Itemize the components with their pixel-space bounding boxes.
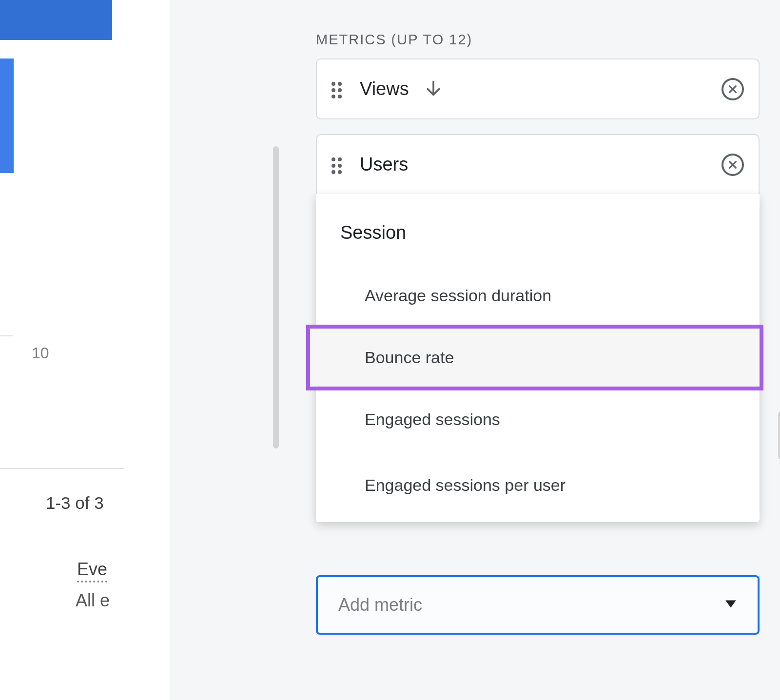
add-metric-select[interactable]: Add metric bbox=[316, 575, 760, 635]
drag-handle-icon[interactable] bbox=[332, 82, 346, 97]
add-metric-placeholder: Add metric bbox=[338, 595, 724, 615]
axis-baseline bbox=[0, 468, 124, 469]
pagination-label: 1-3 of 3 bbox=[46, 493, 104, 513]
axis-gridline bbox=[0, 335, 13, 336]
dropdown-item-engaged-sessions-per-user[interactable]: Engaged sessions per user bbox=[316, 452, 760, 522]
svg-marker-5 bbox=[725, 600, 736, 607]
drag-handle-icon[interactable] bbox=[332, 157, 346, 172]
axis-tick-label: 10 bbox=[32, 344, 49, 362]
scrollbar-thumb[interactable] bbox=[273, 146, 279, 448]
caret-down-icon bbox=[724, 599, 737, 611]
metrics-section-header: METRICS (UP TO 12) bbox=[316, 32, 472, 48]
sort-descending-icon[interactable] bbox=[424, 78, 443, 100]
dropdown-item-engaged-sessions[interactable]: Engaged sessions bbox=[316, 387, 760, 452]
metric-label: Users bbox=[360, 154, 408, 175]
all-events-fragment: All e bbox=[76, 590, 110, 611]
metric-chip-views[interactable]: Views bbox=[316, 58, 760, 119]
dropdown-item-bounce-rate[interactable]: Bounce rate bbox=[306, 325, 763, 390]
chart-bar-light bbox=[0, 58, 14, 173]
remove-metric-button[interactable] bbox=[722, 154, 744, 176]
chart-bar-dark bbox=[0, 0, 112, 40]
metric-dropdown: Session Average session duration Bounce … bbox=[316, 194, 760, 522]
chart-area: 10 1-3 of 3 Eve All e bbox=[0, 0, 170, 700]
event-header-fragment: Eve bbox=[77, 559, 107, 583]
dropdown-scrollbar-thumb[interactable] bbox=[778, 411, 780, 460]
metric-chip-users[interactable]: Users bbox=[316, 134, 760, 195]
root: 10 1-3 of 3 Eve All e METRICS (UP TO 12)… bbox=[0, 0, 780, 700]
dropdown-group-label: Session bbox=[316, 194, 760, 263]
metric-label: Views bbox=[360, 78, 409, 99]
remove-metric-button[interactable] bbox=[722, 78, 744, 100]
dropdown-item-average-session-duration[interactable]: Average session duration bbox=[316, 263, 760, 329]
